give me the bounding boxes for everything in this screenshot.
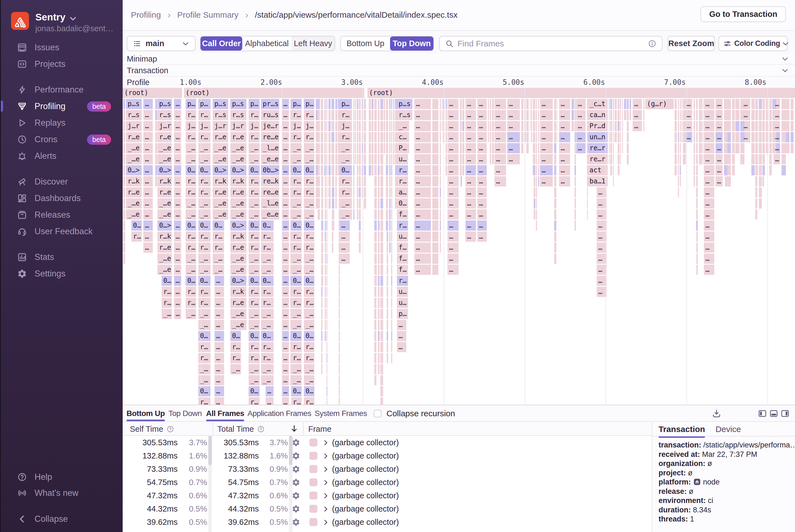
frame-settings-gear-icon[interactable] — [292, 465, 300, 473]
self-time-header[interactable]: Self Time — [130, 424, 174, 434]
sidebar-item-alerts[interactable]: Alerts — [0, 148, 122, 164]
svg-text:…: … — [145, 144, 149, 152]
segment-alphabetical[interactable]: Alphabetical — [242, 36, 291, 51]
sidebar-item-dashboards[interactable]: Dashboards — [0, 190, 122, 207]
expand-chevron-icon[interactable] — [322, 506, 329, 513]
frame-header[interactable]: Frame — [308, 424, 332, 434]
svg-text:…: … — [416, 177, 420, 185]
svg-text:…: … — [176, 177, 179, 185]
export-profile-icon[interactable] — [712, 409, 721, 418]
breadcrumb-profiling[interactable]: Profiling — [131, 10, 161, 20]
info-icon[interactable] — [648, 39, 656, 48]
sentry-logo[interactable] — [11, 12, 29, 30]
svg-text:_…: _… — [250, 266, 258, 273]
svg-text:pr…s: pr…s — [263, 100, 279, 108]
find-frames-input[interactable]: Find Frames — [439, 36, 662, 51]
sidebar-item-projects[interactable]: Projects — [0, 56, 122, 72]
sidebar-item-releases[interactable]: Releases — [0, 207, 122, 223]
frame-settings-gear-icon[interactable] — [292, 478, 300, 487]
svg-text:_…: _… — [250, 321, 258, 329]
svg-text:r…: r… — [399, 166, 406, 174]
question-icon[interactable] — [167, 425, 174, 433]
frame-settings-gear-icon[interactable] — [292, 518, 300, 527]
thread-selector[interactable]: main — [127, 36, 195, 51]
dock-left-icon[interactable] — [758, 409, 767, 418]
go-to-transaction-button[interactable]: Go to Transaction — [701, 6, 786, 22]
sidebar-item-label: Crons — [35, 134, 57, 145]
segment-bottom-up[interactable]: Bottom Up — [341, 36, 390, 51]
sidebar-item-replays[interactable]: Replays — [0, 115, 122, 131]
breadcrumb-profile-summary[interactable]: Profile Summary — [177, 10, 239, 20]
svg-text:…: … — [283, 310, 287, 318]
sidebar-item-collapse[interactable]: Collapse — [0, 511, 122, 527]
svg-text:…: … — [467, 166, 471, 174]
svg-text:_…e: _…e — [159, 200, 171, 207]
frame-settings-gear-icon[interactable] — [292, 438, 300, 447]
chevron-down-icon[interactable] — [781, 66, 789, 74]
expand-chevron-icon[interactable] — [322, 519, 329, 526]
sort-descending-icon[interactable] — [290, 424, 299, 433]
total-time-header[interactable]: Total Time — [217, 424, 265, 434]
dock-right-icon[interactable] — [780, 409, 790, 418]
sentry-profiling-app: Sentry jonas.badalic@sent… IssuesProject… — [0, 0, 795, 532]
minimap-section-header[interactable]: Minimap — [122, 53, 795, 65]
svg-text:…: … — [744, 133, 747, 141]
transaction-section-header[interactable]: Transaction — [122, 65, 795, 77]
svg-text:_…e: _…e — [232, 144, 244, 152]
bottom-tabbar: Bottom UpTop Down All FramesApplication … — [122, 406, 795, 422]
svg-text:r…: r… — [293, 398, 301, 405]
svg-text:_…: _… — [305, 155, 314, 163]
question-icon[interactable] — [257, 425, 265, 433]
frame-settings-gear-icon[interactable] — [292, 452, 300, 460]
expand-chevron-icon[interactable] — [322, 453, 329, 460]
svg-text:…: … — [479, 210, 483, 218]
segment-top-down[interactable]: Top Down — [390, 36, 433, 51]
sidebar-item-discover[interactable]: Discover — [0, 173, 122, 190]
svg-text:_…: _… — [200, 144, 208, 152]
frame-table-row[interactable]: 44.32ms0.5%44.32ms0.5%(garbage collector… — [122, 502, 651, 515]
frame-settings-gear-icon[interactable] — [292, 505, 300, 513]
expand-chevron-icon[interactable] — [322, 439, 329, 446]
expand-chevron-icon[interactable] — [322, 466, 329, 473]
expand-chevron-icon[interactable] — [322, 492, 329, 499]
svg-text:…: … — [479, 200, 483, 207]
sidebar-item-crons[interactable]: Cronsbeta — [0, 131, 122, 148]
sidebar-item-whats-new[interactable]: What's new — [0, 485, 122, 501]
frame-table-row[interactable]: 54.75ms0.7%54.75ms0.7%(garbage collector… — [122, 476, 651, 489]
svg-text:…: … — [561, 100, 565, 108]
svg-text:_…: _… — [341, 155, 349, 163]
dock-bottom-icon[interactable] — [769, 409, 778, 418]
expand-chevron-icon[interactable] — [322, 479, 329, 486]
sidebar-item-performance[interactable]: Performance — [0, 81, 122, 98]
org-name[interactable]: Sentry — [35, 12, 65, 23]
svg-text:…: … — [496, 100, 500, 108]
total-time-scrollbar[interactable] — [289, 436, 292, 532]
chevron-down-icon[interactable] — [781, 55, 789, 63]
frame-settings-gear-icon[interactable] — [292, 491, 300, 500]
frame-table-row[interactable]: 305.53ms3.7%305.53ms3.7%(garbage collect… — [122, 436, 651, 449]
sidebar-item-stats[interactable]: Stats — [0, 249, 122, 265]
frame-table-row[interactable]: 39.62ms0.5%39.62ms0.5%(garbage collector… — [122, 515, 651, 529]
flame-graph[interactable]: (root)(root)(root)p…sr…sj…rr…e_…e_…e0…>r… — [122, 88, 795, 405]
sidebar-item-label: Alerts — [35, 151, 56, 161]
reset-zoom-button[interactable]: Reset Zoom — [668, 36, 715, 51]
sidebar-item-issues[interactable]: Issues — [0, 39, 122, 56]
sidebar-item-settings[interactable]: Settings — [0, 265, 122, 282]
detail-environment: environment: ci — [659, 496, 795, 506]
frame-table-row[interactable]: 132.88ms1.6%132.88ms1.6%(garbage collect… — [122, 449, 651, 462]
frame-table-row[interactable]: 73.33ms0.9%73.33ms0.9%(garbage collector… — [122, 462, 651, 476]
sidebar-item-help[interactable]: Help — [0, 469, 122, 485]
projects-icon — [17, 59, 27, 70]
svg-text:u…: u… — [399, 288, 406, 296]
svg-text:…: … — [542, 111, 546, 119]
svg-text:…: … — [467, 122, 471, 130]
alerts-icon — [17, 151, 27, 162]
color-coding-button[interactable]: Color Coding — [718, 36, 788, 51]
frame-table-row[interactable]: 47.32ms0.6%47.32ms0.6%(garbage collector… — [122, 489, 651, 502]
svg-text:…: … — [467, 188, 471, 196]
self-time-scrollbar[interactable] — [208, 436, 212, 532]
segment-call-order[interactable]: Call Order — [201, 36, 242, 51]
segment-left-heavy[interactable]: Left Heavy — [291, 36, 335, 51]
sidebar-item-profiling[interactable]: Profilingbeta — [0, 98, 122, 115]
sidebar-item-user-feedback[interactable]: User Feedback — [0, 223, 122, 240]
